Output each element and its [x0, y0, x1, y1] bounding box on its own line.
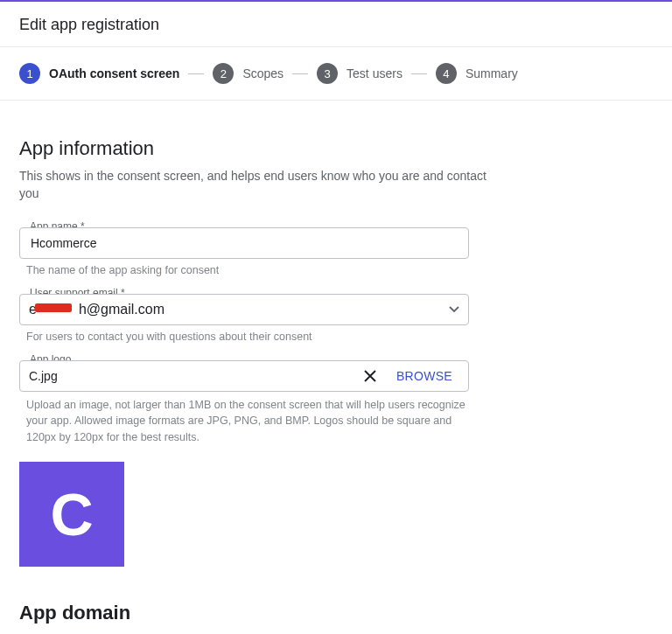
step-badge: 4	[436, 63, 457, 84]
step-scopes[interactable]: 2 Scopes	[213, 63, 284, 84]
step-badge: 2	[213, 63, 234, 84]
section-title-app-info: App information	[19, 137, 653, 160]
logo-filename: C.jpg	[29, 369, 351, 383]
chevron-down-icon	[449, 306, 459, 313]
section-title-app-domain: App domain	[19, 602, 653, 624]
outline-app-logo: C.jpg BROWSE	[19, 360, 469, 392]
close-icon	[362, 368, 378, 384]
step-label: OAuth consent screen	[49, 66, 179, 80]
logo-preview-letter: C	[50, 480, 93, 548]
helper-app-name: The name of the app asking for consent	[26, 264, 469, 276]
step-label: Summary	[466, 66, 518, 80]
outline-app-name	[19, 227, 469, 259]
step-label: Scopes	[242, 66, 284, 80]
browse-button[interactable]: BROWSE	[389, 369, 459, 383]
field-app-name: App name * The name of the app asking fo…	[19, 227, 469, 276]
step-oauth-consent[interactable]: 1 OAuth consent screen	[19, 63, 179, 84]
step-test-users[interactable]: 3 Test users	[317, 63, 402, 84]
field-support-email: User support email * exxxxxxh@gmail.com …	[19, 294, 469, 343]
redaction-mask	[35, 303, 72, 312]
support-email-select[interactable]: exxxxxxh@gmail.com	[19, 294, 469, 325]
step-summary[interactable]: 4 Summary	[436, 63, 518, 84]
app-name-input[interactable]	[29, 235, 459, 251]
step-separator	[292, 73, 308, 74]
field-app-logo: App logo C.jpg BROWSE Upload an image, n…	[19, 360, 469, 446]
stepper: 1 OAuth consent screen 2 Scopes 3 Test u…	[0, 47, 672, 101]
step-label: Test users	[346, 66, 402, 80]
page-title: Edit app registration	[0, 2, 672, 47]
helper-app-logo: Upload an image, not larger than 1MB on …	[26, 397, 469, 446]
support-email-value: exxxxxxh@gmail.com	[29, 302, 164, 317]
email-suffix: h@gmail.com	[79, 302, 164, 317]
clear-logo-button[interactable]	[358, 364, 382, 388]
step-separator	[188, 73, 204, 74]
content: App information This shows in the consen…	[0, 101, 672, 634]
section-sub-app-info: This shows in the consent screen, and he…	[19, 167, 492, 203]
logo-preview: C	[19, 462, 124, 567]
helper-support-email: For users to contact you with questions …	[26, 331, 469, 343]
step-badge: 1	[19, 63, 40, 84]
step-badge: 3	[317, 63, 338, 84]
step-separator	[411, 73, 427, 74]
